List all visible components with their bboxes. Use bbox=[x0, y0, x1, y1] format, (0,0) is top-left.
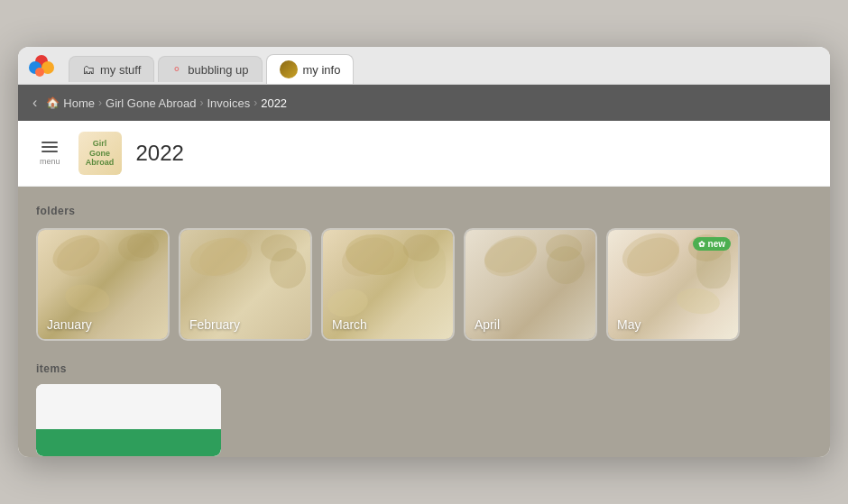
tab-my-info-label: my info bbox=[303, 63, 341, 77]
back-button[interactable]: ‹ bbox=[29, 91, 46, 115]
avatar-icon bbox=[280, 60, 298, 78]
folder-april-label: April bbox=[475, 317, 500, 332]
tab-bar: 🗂 my stuff ⚬ bubbling up my info bbox=[18, 47, 830, 85]
folder-january[interactable]: January bbox=[36, 228, 170, 341]
folder-april[interactable]: April bbox=[464, 228, 597, 341]
folder-may-label: May bbox=[617, 317, 641, 332]
breadcrumb-sep-3: › bbox=[253, 96, 257, 109]
folder-january-label: January bbox=[47, 317, 92, 332]
tab-bubbling-up[interactable]: ⚬ bubbling up bbox=[158, 56, 262, 82]
browser-logo bbox=[29, 55, 58, 84]
folder-february[interactable]: February bbox=[179, 228, 312, 341]
tab-my-info[interactable]: my info bbox=[266, 54, 355, 84]
tab-bubbling-up-label: bubbling up bbox=[188, 63, 248, 77]
breadcrumb-sep-1: › bbox=[98, 96, 102, 109]
breadcrumb-home-label: Home bbox=[63, 96, 95, 110]
breadcrumb-invoices-label: Invoices bbox=[207, 96, 250, 110]
folder-march-label: March bbox=[332, 317, 367, 332]
items-grid bbox=[36, 384, 812, 456]
tab-my-stuff[interactable]: 🗂 my stuff bbox=[69, 56, 154, 82]
bubbling-icon: ⚬ bbox=[171, 62, 182, 77]
folder-february-label: February bbox=[189, 317, 240, 332]
brand-logo-text: Girl Gone Abroad bbox=[86, 139, 115, 168]
breadcrumb-home[interactable]: 🏠 Home bbox=[46, 96, 95, 110]
menu-label: menu bbox=[40, 157, 60, 166]
items-section: items bbox=[36, 359, 812, 456]
menu-line-3 bbox=[41, 151, 58, 152]
folders-label: folders bbox=[36, 205, 812, 217]
breadcrumb-2022-label: 2022 bbox=[261, 96, 287, 110]
browser-window: 🗂 my stuff ⚬ bubbling up my info ‹ 🏠 Hom… bbox=[18, 47, 830, 457]
item-card-bottom bbox=[36, 429, 221, 456]
item-card-1[interactable] bbox=[36, 384, 221, 456]
breadcrumb: 🏠 Home › Girl Gone Abroad › Invoices › 2… bbox=[46, 96, 287, 110]
breadcrumb-gga-label: Girl Gone Abroad bbox=[106, 96, 196, 110]
breadcrumb-invoices[interactable]: Invoices bbox=[207, 96, 250, 110]
breadcrumb-girl-gone-abroad[interactable]: Girl Gone Abroad bbox=[106, 96, 196, 110]
new-badge-label: new bbox=[708, 239, 725, 249]
menu-line-2 bbox=[41, 146, 58, 148]
brand-logo: Girl Gone Abroad bbox=[78, 132, 122, 175]
page-header: menu Girl Gone Abroad 2022 bbox=[18, 121, 830, 187]
logo-bubble-orange bbox=[35, 68, 44, 77]
breadcrumb-sep-2: › bbox=[199, 96, 203, 109]
page-title: 2022 bbox=[136, 141, 184, 166]
folders-grid: January February March bbox=[36, 228, 812, 341]
main-content: folders January February bbox=[18, 187, 830, 457]
new-badge: ✿ new bbox=[693, 237, 731, 251]
folder-may[interactable]: ✿ new May bbox=[606, 228, 740, 341]
home-icon: 🏠 bbox=[46, 96, 60, 109]
folder-icon: 🗂 bbox=[82, 62, 95, 77]
menu-button[interactable]: menu bbox=[36, 138, 64, 170]
new-badge-star: ✿ bbox=[698, 240, 705, 249]
breadcrumb-2022[interactable]: 2022 bbox=[261, 96, 287, 110]
folder-march[interactable]: March bbox=[321, 228, 455, 341]
menu-line-1 bbox=[41, 142, 58, 143]
nav-bar: ‹ 🏠 Home › Girl Gone Abroad › Invoices ›… bbox=[18, 85, 830, 121]
tab-my-stuff-label: my stuff bbox=[100, 63, 141, 77]
items-label: items bbox=[36, 362, 812, 375]
